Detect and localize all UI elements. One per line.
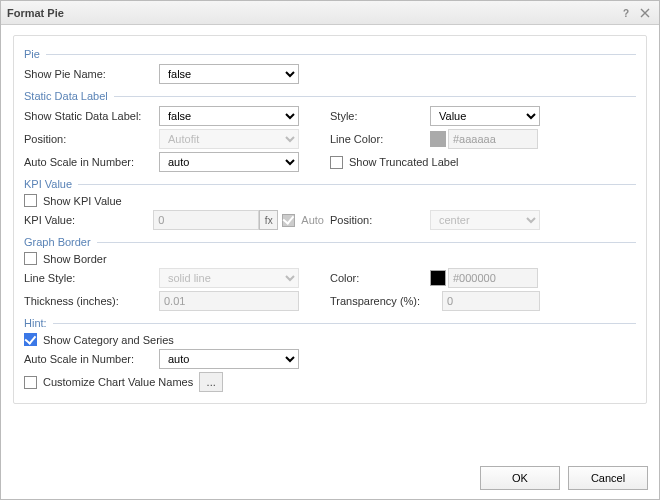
checkbox-icon [24,194,37,207]
dialog-footer: OK Cancel [480,466,648,490]
input-transparency[interactable] [442,291,540,311]
section-border: Graph Border [24,236,636,248]
input-color[interactable] [448,268,538,288]
section-hint: Hint: [24,317,636,329]
label-auto-scale2: Auto Scale in Number: [24,353,159,365]
check-customize-names[interactable]: Customize Chart Value Names [24,376,193,389]
check-show-trunc[interactable]: Show Truncated Label [330,156,458,169]
input-thickness[interactable] [159,291,299,311]
title-bar: Format Pie ? [1,1,659,25]
ok-button[interactable]: OK [480,466,560,490]
svg-text:?: ? [623,8,629,18]
help-icon[interactable]: ? [619,5,635,21]
close-icon[interactable] [637,5,653,21]
select-auto-scale[interactable]: auto [159,152,299,172]
cancel-button[interactable]: Cancel [568,466,648,490]
swatch-line-color[interactable] [430,131,446,147]
label-line-color: Line Color: [330,133,430,145]
check-show-kpi[interactable]: Show KPI Value [24,194,122,207]
section-pie: Pie [24,48,636,60]
customize-button[interactable]: ... [199,372,223,392]
section-kpi: KPI Value [24,178,636,190]
select-show-static[interactable]: false [159,106,299,126]
label-position: Position: [24,133,159,145]
select-kpi-position[interactable]: center [430,210,540,230]
check-show-border[interactable]: Show Border [24,252,107,265]
label-show-pie-name: Show Pie Name: [24,68,159,80]
dialog-content: Pie Show Pie Name: false Static Data Lab… [1,25,659,408]
checkbox-icon [282,214,295,227]
select-line-style[interactable]: solid line [159,268,299,288]
input-line-color[interactable] [448,129,538,149]
label-kpi-position: Position: [330,214,430,226]
label-color: Color: [330,272,430,284]
fx-button[interactable]: fx [259,210,278,230]
label-line-style: Line Style: [24,272,159,284]
select-style[interactable]: Value [430,106,540,126]
label-thickness: Thickness (inches): [24,295,159,307]
checkbox-icon [330,156,343,169]
checkbox-icon [24,333,37,346]
label-show-static: Show Static Data Label: [24,110,159,122]
label-transparency: Transparency (%): [330,295,442,307]
select-show-pie-name[interactable]: false [159,64,299,84]
select-auto-scale2[interactable]: auto [159,349,299,369]
swatch-color[interactable] [430,270,446,286]
checkbox-icon [24,376,37,389]
label-auto-scale: Auto Scale in Number: [24,156,159,168]
main-group: Pie Show Pie Name: false Static Data Lab… [13,35,647,404]
window-title: Format Pie [7,7,64,19]
checkbox-icon [24,252,37,265]
input-kpi-value[interactable] [153,210,259,230]
select-position[interactable]: Autofit [159,129,299,149]
check-show-category[interactable]: Show Category and Series [24,333,174,346]
check-auto-kpi[interactable]: Auto [282,214,324,227]
section-static-label: Static Data Label [24,90,636,102]
label-style: Style: [330,110,430,122]
label-kpi-value: KPI Value: [24,214,153,226]
